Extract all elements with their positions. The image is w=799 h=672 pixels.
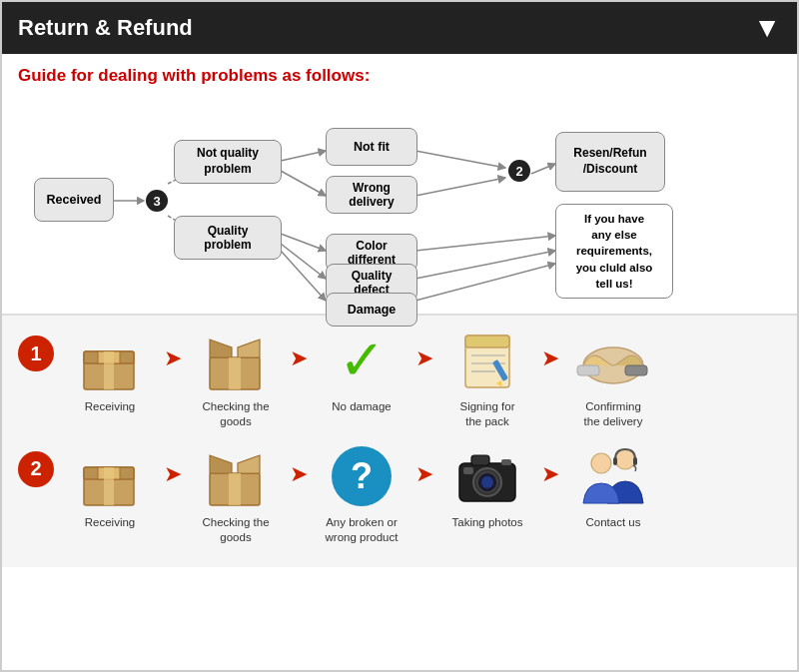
node-step3: 3 — [146, 190, 168, 212]
step1-label-checking: Checking thegoods — [202, 399, 269, 429]
step1-item-signing: Signing forthe pack — [437, 326, 537, 429]
svg-rect-17 — [104, 351, 114, 389]
step1-item-checking: Checking thegoods — [186, 326, 286, 429]
step2-label-receiving: Receiving — [85, 515, 136, 530]
svg-line-11 — [415, 236, 555, 251]
svg-line-3 — [281, 151, 326, 161]
node-not-fit: Not fit — [326, 128, 417, 166]
svg-rect-40 — [471, 455, 489, 465]
step1-item-confirming: Confirmingthe delivery — [563, 326, 663, 429]
arrow-2-1: ➤ — [164, 461, 182, 487]
step-number-1: 1 — [18, 336, 54, 371]
svg-rect-41 — [501, 459, 511, 465]
svg-line-6 — [281, 244, 326, 279]
arrow-2-3: ➤ — [415, 461, 433, 487]
node-wrong-delivery: Wrong delivery — [326, 176, 417, 214]
step2-item-receiving: Receiving — [60, 441, 160, 530]
svg-point-39 — [481, 476, 493, 488]
flowchart: Received 3 Not quality problem Quality p… — [26, 96, 799, 306]
header: Return & Refund ▼ — [2, 2, 797, 54]
svg-line-5 — [281, 234, 326, 251]
step2-icon-photos — [447, 441, 527, 511]
step2-label-checking: Checking thegoods — [202, 515, 269, 545]
step1-icon-receiving — [70, 326, 150, 395]
svg-rect-46 — [633, 457, 637, 465]
question-mark-icon: ? — [332, 446, 392, 506]
header-title: Return & Refund — [18, 15, 193, 41]
svg-line-9 — [415, 178, 505, 196]
step1-icon-nodamage: ✓ — [322, 326, 401, 395]
step2-icon-receiving — [70, 441, 150, 511]
node-else: If you have any else requirements, you c… — [555, 204, 673, 299]
arrow-1-2: ➤ — [290, 345, 308, 371]
step1-items: Receiving ➤ Checking thegoods — [60, 326, 781, 429]
svg-rect-42 — [463, 467, 473, 474]
step-number-2: 2 — [18, 451, 54, 487]
step1-label-receiving: Receiving — [85, 399, 136, 414]
process-row-1: 1 Receiving ➤ — [18, 326, 781, 429]
guide-section: Guide for dealing with problems as follo… — [2, 54, 797, 314]
node-resen: Resen/Refun /Discount — [555, 132, 665, 192]
step2-label-photos: Taking photos — [452, 515, 523, 530]
step2-items: Receiving ➤ Checking thegoods ➤ — [60, 441, 781, 545]
step1-icon-confirming — [573, 326, 653, 395]
svg-point-44 — [591, 453, 611, 473]
svg-line-10 — [531, 164, 555, 174]
svg-rect-29 — [625, 365, 647, 375]
arrow-2-2: ➤ — [290, 461, 308, 487]
arrow-2-4: ➤ — [541, 461, 559, 487]
node-damage: Damage — [326, 293, 417, 327]
bottom-section: 1 Receiving ➤ — [2, 314, 797, 567]
step2-icon-checking — [196, 441, 276, 511]
node-step2: 2 — [508, 160, 530, 182]
svg-rect-28 — [577, 365, 599, 375]
step1-label-signing: Signing forthe pack — [460, 399, 515, 429]
guide-title: Guide for dealing with problems as follo… — [18, 66, 781, 86]
arrow-1-3: ➤ — [415, 345, 433, 371]
step2-icon-broken: ? — [322, 441, 401, 511]
step2-label-contact: Contact us — [586, 515, 641, 530]
svg-line-7 — [281, 251, 326, 301]
svg-rect-33 — [104, 467, 114, 505]
header-arrow: ▼ — [753, 12, 781, 44]
step2-item-checking: Checking thegoods — [186, 441, 286, 545]
svg-line-4 — [281, 171, 326, 196]
step2-item-contact: Contact us — [563, 441, 663, 530]
svg-line-13 — [415, 264, 555, 301]
node-not-quality: Not quality problem — [174, 140, 282, 184]
arrow-1-1: ➤ — [164, 345, 182, 371]
step1-icon-checking — [196, 326, 276, 395]
step1-label-confirming: Confirmingthe delivery — [584, 399, 643, 429]
node-quality: Quality problem — [174, 216, 282, 260]
step1-item-nodamage: ✓ No damage — [312, 326, 411, 414]
step2-label-broken: Any broken orwrong product — [326, 515, 399, 545]
node-received: Received — [34, 178, 114, 222]
step2-item-broken: ? Any broken orwrong product — [312, 441, 411, 545]
process-row-2: 2 Receiving ➤ — [18, 441, 781, 545]
svg-line-8 — [415, 151, 505, 168]
svg-rect-35 — [229, 473, 241, 505]
step2-item-photos: Taking photos — [437, 441, 537, 530]
svg-rect-19 — [229, 357, 241, 389]
svg-line-12 — [415, 251, 555, 279]
step1-label-nodamage: No damage — [332, 399, 391, 414]
step1-item-receiving: Receiving — [60, 326, 160, 414]
svg-rect-21 — [465, 336, 509, 347]
svg-rect-45 — [613, 457, 617, 465]
step2-icon-contact — [573, 441, 653, 511]
step1-icon-signing — [447, 326, 527, 395]
arrow-1-4: ➤ — [541, 345, 559, 371]
